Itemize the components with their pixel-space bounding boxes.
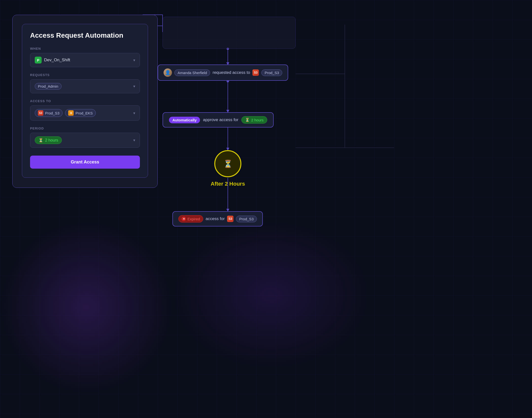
approve-text: approve access for xyxy=(203,117,238,122)
when-chevron-icon: ▾ xyxy=(133,58,135,63)
requests-label: REQUESTS xyxy=(30,73,140,77)
access-to-label: ACCESS TO xyxy=(30,99,140,103)
hourglass-small-icon: ⏳ xyxy=(245,118,250,122)
avatar-image xyxy=(164,68,172,77)
expired-x-icon: ✕ xyxy=(182,217,186,221)
request-text: requested access to xyxy=(213,70,250,75)
s3-icon: S3 xyxy=(38,110,43,116)
requests-select[interactable]: Prod_Admin ▾ xyxy=(30,79,140,93)
grant-access-button[interactable]: Grant Access xyxy=(30,156,140,169)
when-value: Dev_On_Shift xyxy=(44,58,70,63)
period-label: PERIOD xyxy=(30,127,140,130)
expired-badge: ✕ Expired xyxy=(178,215,203,223)
expired-label: Expired xyxy=(187,217,200,221)
when-select-content: P Dev_On_Shift xyxy=(35,57,70,64)
prod-s3-label: Prod_S3 xyxy=(45,111,59,115)
when-select[interactable]: P Dev_On_Shift ▾ xyxy=(30,53,140,67)
timer-circle: ⏳ xyxy=(214,150,241,177)
period-value: 2 hours xyxy=(45,138,58,143)
hours-value: 2 hours xyxy=(251,118,264,122)
panel-title: Access Request Automation xyxy=(30,32,140,39)
prod-s3-tag: S3 Prod_S3 xyxy=(35,109,63,117)
avatar xyxy=(164,68,172,77)
top-ghost-node xyxy=(163,17,296,49)
panel-inner: Access Request Automation WHEN P Dev_On_… xyxy=(22,24,148,178)
dev-group-icon: P xyxy=(35,57,42,64)
expired-node: ✕ Expired access for S3 Prod_S3 xyxy=(172,211,263,226)
automatically-badge: Automatically xyxy=(169,117,200,123)
prod-eks-tag: ⚙ Prod_EKS xyxy=(65,109,96,117)
expired-text: access for xyxy=(206,216,225,221)
access-to-select[interactable]: S3 Prod_S3 ⚙ Prod_EKS ▾ xyxy=(30,105,140,121)
auto-approve-node: Automatically approve access for ⏳ 2 hou… xyxy=(163,112,274,128)
eks-icon: ⚙ xyxy=(68,110,74,116)
automation-panel: Access Request Automation WHEN P Dev_On_… xyxy=(12,15,158,188)
timer-hourglass-icon: ⏳ xyxy=(223,160,233,168)
period-select[interactable]: ⏳ 2 hours ▾ xyxy=(30,133,140,148)
expired-resource-icon: S3 xyxy=(227,216,233,222)
expired-resource-name: Prod_S3 xyxy=(236,216,257,222)
access-to-content: S3 Prod_S3 ⚙ Prod_EKS xyxy=(35,109,96,117)
prod-eks-label: Prod_EKS xyxy=(75,111,93,115)
timer-label: After 2 Hours xyxy=(208,181,248,187)
person-name-tag: Amanda Sherfield xyxy=(174,69,210,76)
requests-chevron-icon: ▾ xyxy=(133,84,135,89)
prod-admin-tag: Prod_Admin xyxy=(35,83,62,90)
requests-select-content: Prod_Admin xyxy=(35,83,62,90)
hourglass-icon: ⏳ xyxy=(38,138,43,143)
request-node: Amanda Sherfield requested access to S3 … xyxy=(158,64,288,81)
prod-admin-label: Prod_Admin xyxy=(38,84,58,88)
when-label: WHEN xyxy=(30,47,140,50)
period-badge: ⏳ 2 hours xyxy=(35,136,62,144)
request-resource-name: Prod_S3 xyxy=(261,69,282,76)
hours-badge: ⏳ 2 hours xyxy=(241,116,267,124)
period-content: ⏳ 2 hours xyxy=(35,136,62,144)
access-chevron-icon: ▾ xyxy=(133,111,135,115)
period-chevron-icon: ▾ xyxy=(133,138,135,143)
request-resource-icon: S3 xyxy=(252,69,259,76)
